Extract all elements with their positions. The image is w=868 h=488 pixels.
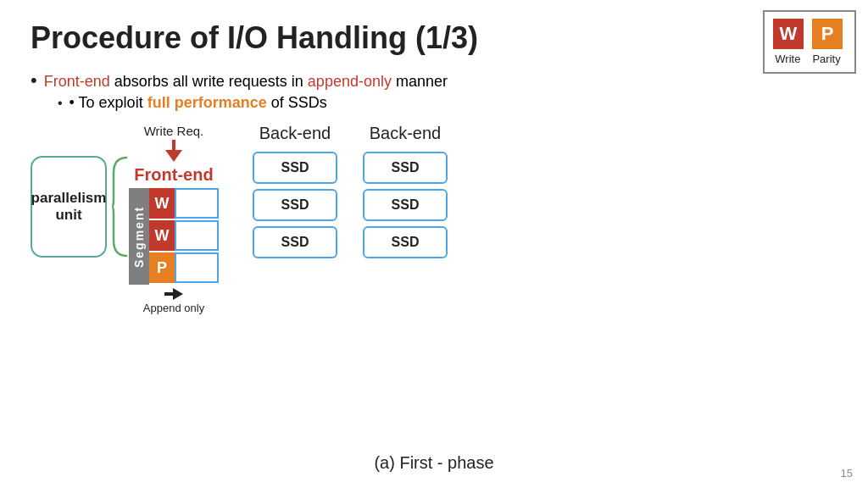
backend-section-1: Back-end SSD SSD SSD: [253, 124, 337, 258]
legend-icons: W P: [773, 19, 843, 49]
main-bullet: • Front-end absorbs all write requests i…: [31, 71, 837, 91]
sub-dot: •: [58, 96, 63, 111]
ssd-list-2: SSD SSD SSD: [363, 152, 448, 258]
seg-w-1: W: [149, 188, 175, 219]
ssd-list-1: SSD SSD SSD: [253, 152, 337, 258]
append-only-text: append-only: [308, 73, 392, 90]
sub-suffix: of SSDs: [267, 94, 327, 111]
ssd-box-2-2: SSD: [363, 189, 448, 221]
segment-label: Segment: [129, 188, 149, 285]
parallelism-label2: unit: [55, 207, 81, 224]
append-arrow-shaft: [164, 292, 173, 296]
parallelism-label1: parallelism: [31, 190, 107, 207]
seg-empty-3: [175, 252, 219, 283]
legend-box: W P Write Parity: [763, 10, 856, 74]
seg-empty-1: [175, 188, 219, 219]
ssd-box-2-3: SSD: [363, 226, 448, 258]
full-performance-text: full performance: [147, 94, 267, 111]
append-arrow-row: Append only: [143, 288, 204, 314]
frontend-text: Front-end: [44, 73, 110, 90]
legend-p-icon: P: [812, 19, 843, 49]
slide: Procedure of I/O Handling (1/3) W P Writ…: [0, 0, 868, 488]
ssd-box-1-1: SSD: [253, 152, 337, 184]
ssd-box-1-2: SSD: [253, 189, 337, 221]
legend-parity-label: Parity: [812, 53, 840, 65]
legend-w-icon: W: [773, 19, 804, 49]
seg-row-3: P: [149, 252, 219, 283]
bottom-label: (a) First - phase: [374, 453, 493, 473]
bullet-text-2: absorbs all write requests in: [110, 73, 308, 90]
brace-connector: [110, 156, 129, 258]
arrow-down: [165, 150, 182, 162]
seg-row-1: W: [149, 188, 219, 219]
sub-prefix: • To exploit: [70, 94, 147, 111]
write-req-label: Write Req.: [144, 124, 204, 138]
frontend-title: Front-end: [134, 165, 213, 185]
seg-w-2: W: [149, 220, 175, 251]
slide-title: Procedure of I/O Handling (1/3): [31, 20, 837, 56]
diagram: parallelism unit Write Req. Front-end Se…: [31, 124, 837, 314]
bullet-text-4: manner: [392, 73, 448, 90]
ssd-box-2-1: SSD: [363, 152, 448, 184]
brace-svg: [110, 156, 129, 258]
backend-section-2: Back-end SSD SSD SSD: [363, 124, 448, 258]
seg-empty-2: [175, 220, 219, 251]
segment-blocks: W W P: [149, 188, 219, 285]
seg-row-2: W: [149, 220, 219, 251]
segment-container: Segment W W P: [129, 188, 219, 285]
sub-bullet: • • To exploit full performance of SSDs: [58, 94, 837, 112]
append-label: Append only: [143, 302, 204, 314]
append-arrow-head: [173, 288, 183, 300]
backend-title-1: Back-end: [259, 124, 331, 143]
bullets: • Front-end absorbs all write requests i…: [31, 71, 837, 112]
backend-title-2: Back-end: [370, 124, 442, 143]
seg-p-1: P: [149, 252, 175, 283]
legend-labels: Write Parity: [775, 53, 840, 65]
arrow-shaft: [172, 140, 175, 150]
parallelism-unit: parallelism unit: [31, 156, 107, 258]
bullet-dot: •: [31, 71, 37, 90]
ssd-box-1-3: SSD: [253, 226, 337, 258]
page-number: 15: [841, 467, 853, 480]
legend-write-label: Write: [775, 53, 800, 65]
frontend-section: Write Req. Front-end Segment W W: [129, 124, 219, 314]
write-req-area: Write Req.: [144, 124, 204, 162]
